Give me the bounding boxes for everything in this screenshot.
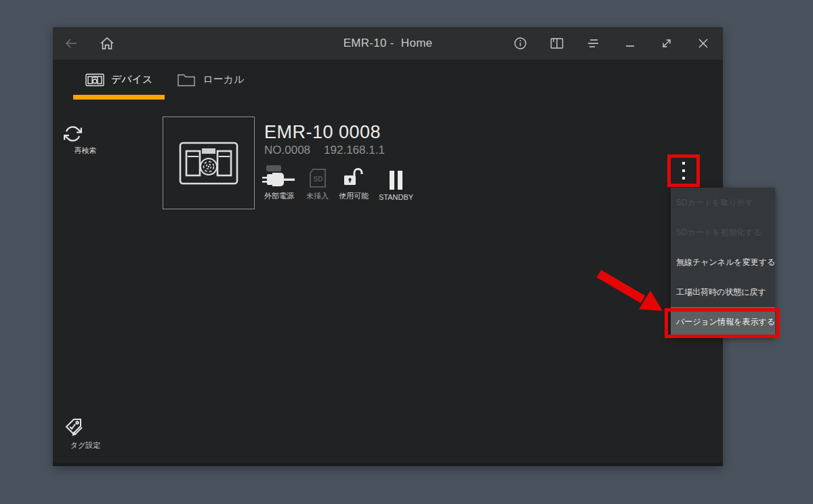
tab-bar: デバイス ローカル [73,64,256,95]
tab-local[interactable]: ローカル [165,64,256,95]
menu-item-factory-reset[interactable]: 工場出荷時の状態に戻す [671,277,775,307]
tag-settings-label: タグ設定 [64,440,107,450]
status-label: STANDBY [379,193,413,201]
resize-icon[interactable] [648,27,685,60]
kebab-dot [682,169,685,172]
kebab-dot [682,162,685,165]
minimize-icon[interactable] [612,27,648,60]
status-label: 外部電源 [264,191,294,201]
menu-lines-icon[interactable] [575,27,612,60]
unlock-icon [343,165,364,188]
tag-settings-button[interactable]: タグ設定 [64,417,107,450]
status-sd-card: SD 未挿入 [306,165,329,201]
window-title: EMR-10 - Home [343,37,433,50]
back-arrow-icon[interactable] [64,37,79,50]
sd-card-icon: SD [307,165,329,188]
tag-edit-icon [64,417,107,438]
kebab-menu-button[interactable] [671,158,696,184]
desktop-background: { "window": { "title": "EMR-10 - Home" }… [0,0,813,504]
status-standby: STANDBY [379,165,413,201]
tab-device[interactable]: デバイス [73,64,165,95]
device-icon [85,73,104,87]
app-window: EMR-10 - Home [53,27,723,466]
status-external-power: 外部電源 [262,165,296,201]
menu-item-show-version-info[interactable]: バージョン情報を表示する [671,307,775,337]
titlebar: EMR-10 - Home [53,27,723,60]
context-menu: SDカードを取り外す SDカードを初期化する 無線チャンネルを変更する 工場出荷… [671,188,775,337]
device-thumbnail[interactable] [163,117,255,209]
pause-icon [389,167,404,190]
refresh-label: 再検索 [64,146,107,156]
power-plug-icon [262,165,296,188]
manual-book-icon[interactable] [539,27,575,60]
refresh-icon [64,125,107,143]
refresh-button[interactable]: 再検索 [64,125,107,156]
status-label: 使用可能 [339,191,369,201]
tab-local-label: ローカル [203,73,244,86]
device-recorder-icon [179,142,238,185]
status-lock: 使用可能 [339,165,369,201]
menu-item-format-sd[interactable]: SDカードを初期化する [671,217,775,247]
device-name: EMR-10 0008 [264,122,381,143]
svg-text:SD: SD [313,175,322,183]
tab-device-label: デバイス [111,73,152,86]
kebab-dot [682,177,685,180]
device-ip: 192.168.1.1 [324,144,385,157]
device-subinfo: NO.0008 192.168.1.1 [264,144,385,157]
status-label: 未挿入 [306,191,329,201]
device-status-row: 外部電源 SD 未挿入 使用可能 [262,165,413,201]
menu-item-change-wireless-channel[interactable]: 無線チャンネルを変更する [671,247,775,277]
menu-item-remove-sd[interactable]: SDカードを取り外す [671,188,775,217]
info-icon[interactable] [502,27,539,60]
device-number: NO.0008 [264,144,310,157]
home-icon[interactable] [100,36,114,51]
folder-icon [177,72,196,87]
close-icon[interactable] [685,27,722,60]
